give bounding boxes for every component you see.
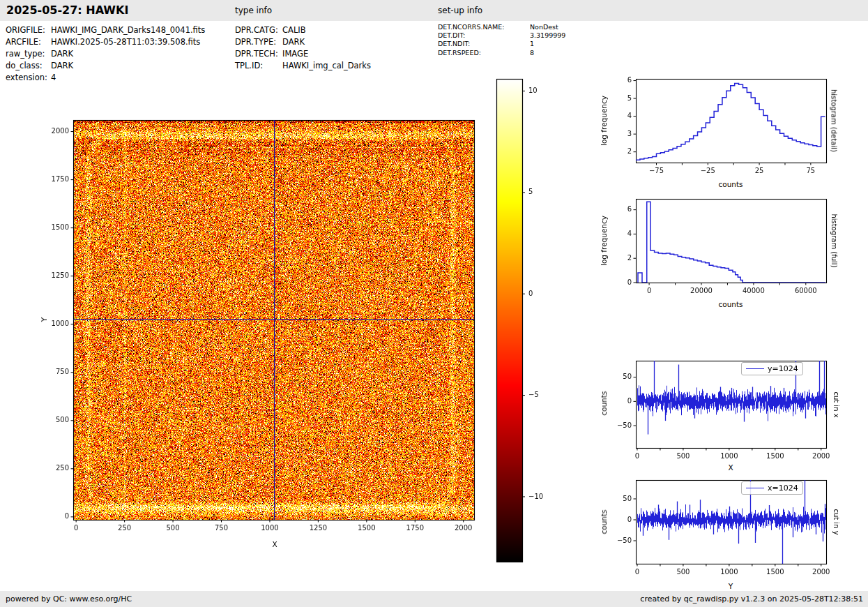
cut-x-legend: y=1024 [741,362,803,375]
info-value: DARK [51,61,73,70]
info-row-doclass: do_class:DARK [6,60,205,72]
info-label: DPR.CATG: [235,24,282,36]
footer-right-text: created by qc_rawdisp.py v1.2.3 on 2025-… [640,591,863,607]
info-value: 3.3199999 [530,31,565,39]
file-info-list: ORIGFILE:HAWKI_IMG_DARK_Darks148_0041.fi… [6,24,205,84]
info-row-ncorrs: DET.NCORRS.NAME:NonDest [438,23,565,31]
info-row-arcfile: ARCFILE:HAWKI.2025-05-28T11:03:39.508.fi… [6,36,205,48]
info-value: HAWKI.2025-05-28T11:03:39.508.fits [51,37,200,47]
info-row-rspeed: DET.RSPEED:8 [438,49,565,57]
info-label: do_class: [6,60,51,72]
footer-bar: powered by QC: www.eso.org/HC created by… [0,591,868,607]
info-value: 4 [51,73,56,82]
setup-info-heading: set-up info [438,0,482,21]
page-title: 2025-05-27: HAWKI [6,0,128,21]
info-value: HAWKI_img_cal_Darks [282,61,371,70]
info-label: extension: [6,72,51,84]
cut-y-legend: x=1024 [741,481,803,495]
header-bar: 2025-05-27: HAWKI type info set-up info [0,0,868,21]
info-value: HAWKI_IMG_DARK_Darks148_0041.fits [51,25,205,35]
info-label: DET.DIT: [438,31,530,40]
footer-left-text: powered by QC: www.eso.org/HC [6,591,132,607]
info-value: DARK [51,49,73,59]
cut-y-yaxis-label: counts [600,509,608,534]
cut-x-legend-label: y=1024 [768,364,798,373]
cut-x-side-label: cut in x [832,391,840,417]
info-label: DET.NDIT: [438,40,530,48]
info-value: 8 [530,49,534,57]
legend-line-sample [746,368,764,369]
info-value: CALIB [282,25,306,35]
info-value: IMAGE [282,49,308,59]
info-value: 1 [530,40,534,47]
hist-detail-side-label: histogram (detail) [830,89,838,152]
info-row-dit: DET.DIT:3.3199999 [438,31,565,40]
info-row-extension: extension:4 [6,72,205,84]
info-label: TPL.ID: [235,60,282,72]
info-label: DPR.TYPE: [235,36,282,48]
type-info-list: DPR.CATG:CALIB DPR.TYPE:DARK DPR.TECH:IM… [235,24,371,72]
cut-y-side-label: cut in y [832,509,840,534]
colorbar [492,74,551,571]
info-label: DPR.TECH: [235,48,282,60]
type-info-heading: type info [235,0,272,21]
info-label: ARCFILE: [6,36,51,48]
info-row-dpr-tech: DPR.TECH:IMAGE [235,48,371,60]
hist-full-xaxis-label: counts [718,300,743,308]
info-label: DET.RSPEED: [438,49,530,57]
info-row-tpl-id: TPL.ID:HAWKI_img_cal_Darks [235,60,371,72]
info-row-dpr-catg: DPR.CATG:CALIB [235,24,371,36]
qc-report-page: 2025-05-27: HAWKI type info set-up info … [0,0,868,607]
cut-x-xaxis-label: X [728,463,733,472]
histogram-full-plot [605,190,832,296]
info-row-dpr-type: DPR.TYPE:DARK [235,36,371,48]
info-value: NonDest [530,23,558,31]
setup-info-list: DET.NCORRS.NAME:NonDest DET.DIT:3.319999… [438,23,565,57]
cut-x-yaxis-label: counts [600,391,608,415]
info-label: raw_type: [6,48,51,60]
detector-image-plot [40,112,483,555]
main-yaxis-label: Y [40,317,48,322]
hist-detail-yaxis-label: log frequency [600,96,608,146]
cut-y-legend-label: x=1024 [768,484,798,493]
info-label: ORIGFILE: [6,24,51,36]
info-value: DARK [282,37,305,47]
hist-full-side-label: histogram (full) [830,213,838,267]
histogram-detail-plot [605,70,832,176]
info-row-ndit: DET.NDIT:1 [438,40,565,48]
hist-full-yaxis-label: log frequency [600,216,608,266]
info-row-rawtype: raw_type:DARK [6,48,205,60]
hist-detail-xaxis-label: counts [718,180,743,188]
info-row-origfile: ORIGFILE:HAWKI_IMG_DARK_Darks148_0041.fi… [6,24,205,36]
cut-y-xaxis-label: Y [729,582,733,590]
legend-line-sample [746,488,764,488]
info-label: DET.NCORRS.NAME: [438,23,530,31]
main-xaxis-label: X [272,540,277,548]
